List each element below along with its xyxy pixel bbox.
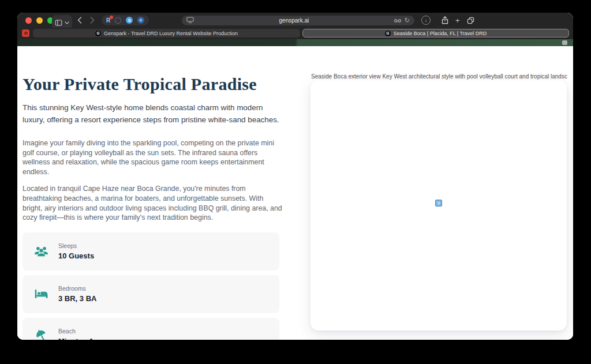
genspark-favicon: G	[95, 31, 101, 36]
glasses-icon[interactable]	[394, 18, 401, 23]
chevron-down-icon	[65, 21, 69, 24]
sidebar-icon	[55, 19, 62, 27]
stat-label: Sleeps	[58, 242, 94, 249]
extension-emblem-button[interactable]	[115, 17, 121, 24]
browser-toolbar: R S genspark.ai ↻ ↓	[17, 13, 573, 28]
chevron-left-icon	[77, 17, 82, 24]
tab-bar: G Genspark - Travel DRD Luxury Rental We…	[17, 28, 573, 39]
downloads-button[interactable]: ↓	[421, 16, 431, 25]
body-paragraph: Located in tranquil Cape Haze near Boca …	[23, 184, 283, 222]
notification-badge	[110, 16, 113, 19]
bed-icon	[33, 286, 49, 302]
tab-genspark[interactable]: G Genspark - Travel DRD Luxury Rental We…	[33, 29, 300, 37]
page-title: Your Private Tropical Paradise	[23, 75, 285, 93]
broken-image-icon: ?	[435, 200, 442, 207]
page-content: Your Private Tropical Paradise This stun…	[17, 46, 573, 340]
body-paragraph: Imagine your family diving into the spar…	[23, 138, 283, 177]
pinned-tab[interactable]	[22, 29, 29, 37]
hero-image-edge	[17, 39, 573, 46]
stat-card-text: Beach Minutes Away	[58, 328, 108, 340]
description-column: Your Private Tropical Paradise This stun…	[23, 75, 285, 340]
beach-umbrella-icon	[33, 329, 49, 340]
extension-r-button[interactable]: R	[106, 17, 110, 24]
tab-title: Seaside Boca | Placida, FL | Travel DRD	[394, 31, 487, 36]
share-icon[interactable]	[442, 16, 448, 24]
reload-button[interactable]: ↻	[405, 17, 410, 24]
stat-label: Bedrooms	[58, 285, 96, 292]
stat-card-sleeps: Sleeps 10 Guests	[23, 232, 279, 271]
stat-value: 10 Guests	[58, 252, 94, 260]
address-bar[interactable]: genspark.ai ↻	[182, 16, 414, 25]
tab-overview-icon[interactable]	[467, 17, 474, 24]
toolbar-right-cluster: +	[442, 13, 474, 28]
url-text: genspark.ai	[194, 17, 394, 24]
stat-card-text: Bedrooms 3 BR, 3 BA	[58, 285, 96, 303]
stat-label: Beach	[58, 328, 108, 335]
image-alt-text: Seaside Boca exterior view Key West arch…	[311, 73, 567, 80]
users-icon	[33, 243, 49, 259]
close-window-button[interactable]	[25, 17, 32, 24]
extension-flower-button[interactable]	[137, 17, 144, 24]
stat-value: 3 BR, 3 BA	[58, 294, 96, 303]
extensions-group: R S	[102, 15, 149, 25]
extension-s-button[interactable]: S	[126, 17, 133, 24]
page-window-icon	[186, 17, 194, 24]
pinned-tab-icon	[24, 32, 28, 35]
page-scrollbar-thumb[interactable]	[562, 40, 567, 45]
new-tab-button[interactable]: +	[455, 16, 460, 25]
download-arrow-icon: ↓	[425, 17, 428, 23]
tab-title: Genspark - Travel DRD Luxury Rental Webs…	[104, 31, 238, 36]
stat-value: Minutes Away	[58, 337, 108, 340]
property-stat-cards: Sleeps 10 Guests	[23, 232, 279, 340]
stat-card-text: Sleeps 10 Guests	[58, 242, 94, 260]
minimize-window-button[interactable]	[36, 17, 43, 24]
stat-card-beach: Beach Minutes Away	[23, 318, 279, 340]
traffic-lights	[25, 17, 54, 24]
tab-seaside-boca[interactable]: G Seaside Boca | Placida, FL | Travel DR…	[302, 29, 569, 37]
genspark-favicon: G	[385, 31, 391, 36]
property-image-placeholder: ?	[311, 80, 567, 331]
extension-s-label: S	[128, 18, 131, 23]
forward-button[interactable]	[90, 13, 95, 28]
lead-paragraph: This stunning Key West-style home blends…	[23, 102, 283, 126]
stat-card-bedrooms: Bedrooms 3 BR, 3 BA	[23, 275, 279, 313]
chevron-right-icon	[90, 17, 95, 24]
browser-window: R S genspark.ai ↻ ↓	[17, 13, 573, 340]
back-button[interactable]	[77, 13, 82, 28]
